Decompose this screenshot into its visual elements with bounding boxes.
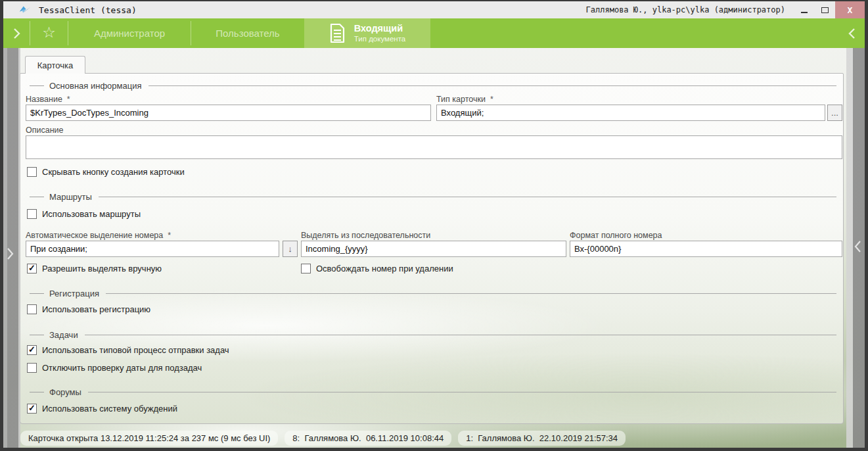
favorites-star-icon[interactable]: ☆ xyxy=(30,18,68,48)
status-opened: Карточка открыта 13.12.2019 11:25:24 за … xyxy=(20,431,278,446)
toolbar-expand-chevron-icon[interactable] xyxy=(3,18,30,48)
window-title: TessaClient (tessa) xyxy=(39,5,137,15)
disable-date-check-checkbox-row[interactable]: Отключить проверку даты для подзадач xyxy=(27,362,202,373)
use-registration-checkbox-row[interactable]: Использовать регистрацию xyxy=(27,304,150,314)
status-created: 1: Галлямова Ю. 22.10.2019 21:57:34 xyxy=(458,431,626,446)
use-discussions-checkbox-row[interactable]: Использовать систему обуждений xyxy=(27,403,177,414)
tessa-bird-icon xyxy=(19,5,31,15)
card-type-label: Тип карточки* xyxy=(436,95,493,104)
sequence-label: Выделять из последовательности xyxy=(301,231,430,240)
use-registration-checkbox[interactable] xyxy=(27,304,37,314)
right-panel-expander[interactable] xyxy=(846,48,865,448)
disable-date-check-checkbox[interactable] xyxy=(27,363,37,373)
tab-incoming-active[interactable]: Входящий Тип документа xyxy=(304,18,430,48)
left-panel-expander[interactable] xyxy=(3,48,20,448)
main-toolbar: ☆ Администратор Пользователь Входящий Ти… xyxy=(3,18,865,48)
auto-number-label: Автоматическое выделение номера* xyxy=(26,231,171,240)
title-bar: TessaClient (tessa) Галлямова Ю., ylka-p… xyxy=(3,1,865,18)
description-input[interactable] xyxy=(26,135,842,159)
close-button[interactable]: X xyxy=(835,1,865,18)
right-panel-chevron-icon xyxy=(854,240,861,253)
description-label: Описание xyxy=(26,126,64,135)
hide-create-button-checkbox[interactable] xyxy=(27,167,37,177)
section-tasks: Задачи xyxy=(26,329,836,340)
status-bar: Карточка открыта 13.12.2019 11:25:24 за … xyxy=(20,428,844,448)
allow-manual-checkbox-row[interactable]: Разрешить выделять вручную xyxy=(27,263,162,273)
name-label: Название* xyxy=(26,95,70,104)
section-forums: Форумы xyxy=(26,387,836,397)
tab-card[interactable]: Карточка xyxy=(25,56,85,74)
section-routes: Маршруты xyxy=(26,191,836,202)
app-window: TessaClient (tessa) Галлямова Ю., ylka-p… xyxy=(0,0,868,451)
maximize-button[interactable] xyxy=(814,1,835,18)
allow-manual-checkbox[interactable] xyxy=(27,264,37,273)
typical-process-checkbox-row[interactable]: Использовать типовой процесс отправки за… xyxy=(27,344,229,355)
auto-number-input[interactable] xyxy=(26,241,279,257)
card-type-ellipsis-button[interactable]: ... xyxy=(827,105,842,121)
number-format-input[interactable] xyxy=(570,241,842,257)
name-input[interactable] xyxy=(26,105,431,121)
status-modified: 8: Галлямова Ю. 06.11.2019 10:08:44 xyxy=(285,431,451,446)
left-panel-chevron-icon xyxy=(7,247,14,260)
number-format-label: Формат полного номера xyxy=(570,231,662,240)
release-number-checkbox[interactable] xyxy=(301,264,311,273)
hide-create-button-checkbox-row[interactable]: Скрывать кнопку создания карточки xyxy=(27,166,185,177)
toolbar-collapse-chevron-icon[interactable] xyxy=(840,18,865,48)
tab-administrator[interactable]: Администратор xyxy=(68,18,191,48)
section-main-info: Основная информация xyxy=(26,80,836,91)
section-registration: Регистрация xyxy=(26,288,836,298)
minimize-button[interactable] xyxy=(794,1,814,18)
use-routes-checkbox[interactable] xyxy=(27,209,37,219)
release-number-checkbox-row[interactable]: Освобождать номер при удалении xyxy=(301,263,453,273)
document-icon xyxy=(329,23,346,43)
active-tab-subtitle: Тип документа xyxy=(354,34,405,43)
use-discussions-checkbox[interactable] xyxy=(27,404,37,414)
tab-user[interactable]: Пользователь xyxy=(191,18,304,48)
current-user-info: Галлямова Ю., ylka-pc\ylka (администрато… xyxy=(586,5,785,14)
auto-number-dropdown-button[interactable]: ↓ xyxy=(283,241,298,257)
active-tab-title: Входящий xyxy=(354,22,405,34)
typical-process-checkbox[interactable] xyxy=(27,345,37,355)
card-type-input[interactable] xyxy=(436,105,825,121)
sequence-input[interactable] xyxy=(301,241,566,257)
card-panel: Основная информация Название* Тип карточ… xyxy=(20,73,844,424)
use-routes-checkbox-row[interactable]: Использовать маршруты xyxy=(27,208,141,219)
